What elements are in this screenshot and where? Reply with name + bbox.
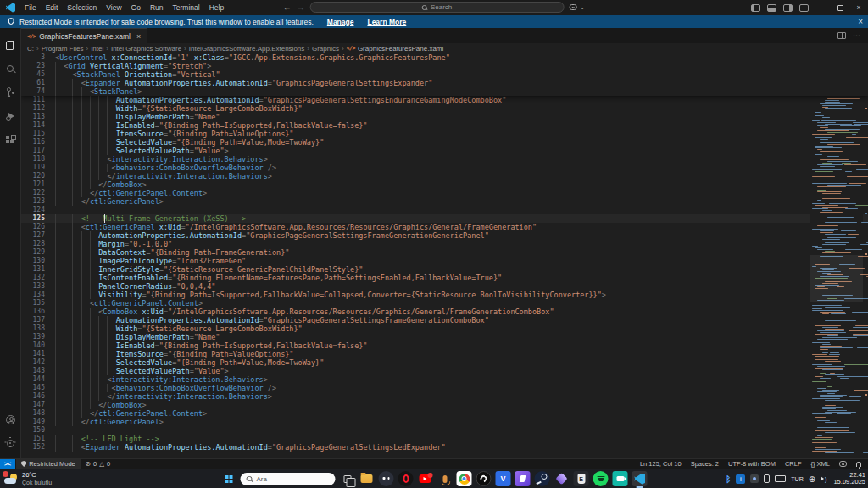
line-number[interactable]: 120 [21, 172, 55, 180]
line-number[interactable]: 123 [21, 197, 55, 206]
weather-widget[interactable]: 26°C Çok bulutlu [4, 471, 52, 486]
minimap[interactable] [810, 53, 863, 458]
customize-layout-icon[interactable] [799, 4, 809, 12]
status-item[interactable]: Spaces: 2 [691, 460, 719, 468]
status-item[interactable]: CRLF [785, 460, 802, 468]
sticky-line[interactable]: 23 <Grid VerticalAlignment="Stretch"> [21, 62, 868, 70]
code-line[interactable]: 144 <interactivity:Interaction.Behaviors… [21, 375, 868, 384]
code-line[interactable]: 123 </ctl:GenericPanel> [21, 197, 868, 206]
line-number[interactable]: 150 [21, 426, 55, 435]
code-line[interactable]: 124 [21, 206, 868, 214]
activity-item-run-debug[interactable] [0, 104, 21, 128]
code-line[interactable]: 142 SelectedValue="{Binding Path=Value,M… [21, 358, 868, 367]
line-number[interactable]: 145 [21, 384, 55, 392]
line-number[interactable]: 148 [21, 409, 55, 418]
tab-close-icon[interactable]: × [136, 32, 141, 41]
taskbar-app-microphone[interactable] [437, 471, 453, 486]
line-number[interactable]: 113 [21, 113, 55, 121]
taskbar-app-v-app[interactable]: V [496, 471, 511, 486]
activity-item-explorer[interactable] [0, 33, 21, 57]
code-line[interactable]: 120 </interactivity:Interaction.Behavior… [21, 172, 868, 180]
taskbar-app-youtube[interactable] [418, 471, 433, 486]
line-number[interactable]: 129 [21, 248, 55, 257]
banner-close-icon[interactable]: × [858, 17, 863, 26]
menu-terminal[interactable]: Terminal [169, 2, 204, 14]
line-number[interactable]: 143 [21, 367, 55, 375]
code-line[interactable]: 122 </ctl:GenericPanel.Content> [21, 189, 868, 197]
activity-item-extensions[interactable] [0, 128, 21, 152]
menu-run[interactable]: Run [146, 2, 168, 14]
line-number[interactable]: 126 [21, 223, 55, 231]
line-number[interactable]: 144 [21, 375, 55, 384]
line-number[interactable]: 122 [21, 189, 55, 197]
code-line[interactable]: 127 AutomationProperties.AutomationId="G… [21, 231, 868, 240]
line-number[interactable]: 136 [21, 308, 55, 316]
line-number[interactable]: 130 [21, 257, 55, 265]
status-item[interactable]: {} XML [810, 460, 830, 468]
line-number[interactable]: 119 [21, 164, 55, 172]
code-line[interactable]: 138 Width="{StaticResource LargeComboBox… [21, 324, 868, 333]
taskbar-app-obs[interactable] [476, 471, 492, 486]
line-number[interactable]: 152 [21, 443, 55, 452]
line-number[interactable]: 133 [21, 282, 55, 291]
code-line[interactable]: 135 <ctl:GenericPanel.Content> [21, 299, 868, 308]
minimize-button[interactable]: ─ [812, 0, 831, 15]
search-input[interactable]: Search [310, 2, 565, 13]
toggle-secondary-sidebar-icon[interactable] [783, 4, 793, 12]
taskbar-app-steam[interactable] [535, 471, 550, 486]
minimap-slider[interactable] [810, 255, 863, 302]
maximize-button[interactable] [831, 0, 849, 15]
code-line[interactable]: 117 SelectedValuePath="Value"> [21, 147, 868, 155]
tray-app-icon[interactable] [750, 474, 759, 483]
code-line[interactable]: 114 IsEnabled="{Binding Path=IsSupported… [21, 121, 868, 130]
taskbar-app-epic-games[interactable]: E [574, 471, 589, 486]
line-number[interactable]: 139 [21, 333, 55, 341]
line-number[interactable]: 149 [21, 418, 55, 426]
line-number[interactable]: 112 [21, 104, 55, 113]
taskbar-app-discord[interactable] [379, 471, 394, 486]
code-line[interactable]: 129 DataContext="{Binding Path=FrameGene… [21, 248, 868, 257]
code-line[interactable]: 150 [21, 426, 868, 435]
line-number[interactable]: 127 [21, 231, 55, 240]
line-number[interactable]: 116 [21, 138, 55, 147]
line-number[interactable]: 118 [21, 155, 55, 164]
more-actions-icon[interactable]: ⋯ [853, 31, 861, 40]
sticky-line[interactable]: 45 <StackPanel Orientation="Vertical" [21, 70, 868, 79]
code-line[interactable]: 118 <interactivity:Interaction.Behaviors… [21, 155, 868, 164]
code-line[interactable]: 121 </ComboBox> [21, 180, 868, 189]
line-number[interactable]: 132 [21, 274, 55, 282]
line-number[interactable]: 124 [21, 206, 55, 214]
line-number[interactable]: 137 [21, 316, 55, 324]
line-number[interactable]: 121 [21, 180, 55, 189]
line-number[interactable]: 45 [21, 70, 55, 79]
touch-keyboard-icon[interactable] [775, 475, 786, 482]
sticky-line[interactable]: 74 <StackPanel> [21, 87, 868, 96]
code-line[interactable]: 136 <ComboBox x:Uid="/IntelGraphicsSoftw… [21, 308, 868, 316]
line-number[interactable]: 125 [21, 214, 55, 223]
manage-link[interactable]: Manage [327, 18, 354, 26]
breadcrumb-item[interactable]: Graphics [312, 45, 339, 53]
remote-indicator[interactable]: >< [0, 459, 15, 469]
code-line[interactable]: 134 Visibility="{Binding Path=IsSupporte… [21, 291, 868, 299]
status-item[interactable]: Ln 125, Col 10 [640, 460, 682, 468]
taskbar-app-chrome[interactable] [457, 471, 472, 486]
problems-status[interactable]: ⊘ 0 △ 0 [81, 460, 115, 468]
code-line[interactable]: 116 SelectedValue="{Binding Path=Value,M… [21, 138, 868, 147]
line-number[interactable]: 142 [21, 358, 55, 367]
phone-link-icon[interactable] [764, 474, 770, 483]
code-line[interactable]: 125 <!-- Multi-Frame Generation (XeSS) -… [21, 214, 868, 223]
language-indicator[interactable]: TUR [791, 476, 803, 482]
code-line[interactable]: 139 DisplayMemberPath="Name" [21, 333, 868, 341]
line-number[interactable]: 138 [21, 324, 55, 333]
code-line[interactable]: 137 AutomationProperties.AutomationId="G… [21, 316, 868, 324]
code-line[interactable]: 115 ItemsSource="{Binding Path=ValueOpti… [21, 130, 868, 138]
line-number[interactable]: 23 [21, 62, 55, 70]
taskbar-app-task-view[interactable] [340, 471, 355, 486]
code-line[interactable]: 152 <Expander AutomationProperties.Autom… [21, 443, 868, 452]
activity-item-search[interactable] [0, 57, 21, 80]
code-line[interactable]: 130 ImagePathIconType="Icon32FrameGen" [21, 257, 868, 265]
toggle-panel-icon[interactable] [767, 4, 776, 12]
split-editor-icon[interactable] [837, 32, 846, 39]
code-line[interactable]: 143 SelectedValuePath="Value"> [21, 367, 868, 375]
line-number[interactable]: 111 [21, 96, 55, 104]
